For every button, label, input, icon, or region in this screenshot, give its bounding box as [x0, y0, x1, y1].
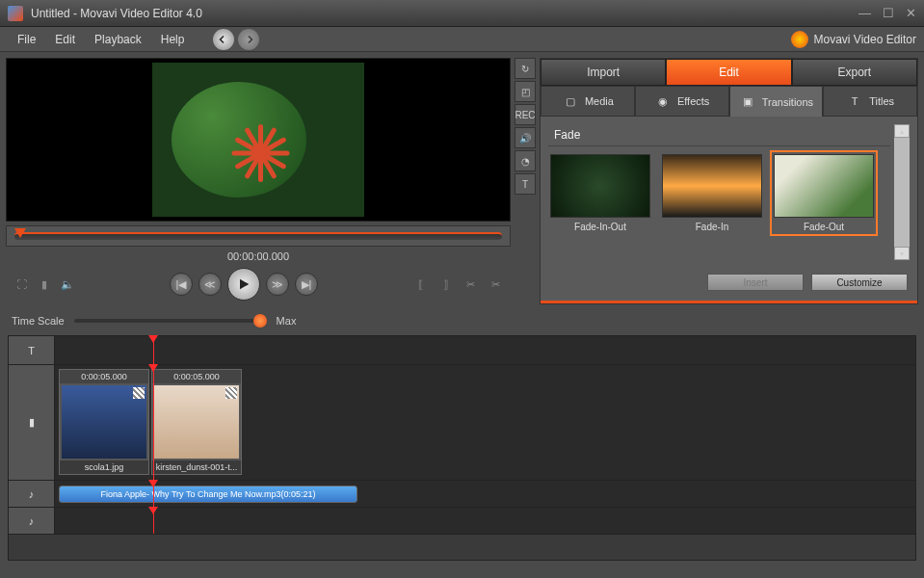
- transitions-category: Fade: [548, 124, 890, 146]
- preview-panel: 00:00:00.000 ⛶ ▮ 🔈 |◀ ≪ ≫ ▶| ⟦ ⟧ ✂ ✂: [6, 58, 511, 304]
- subtab-effects[interactable]: ◉Effects: [635, 86, 729, 117]
- track-audio-1[interactable]: Fiona Apple- Why Try To Change Me Now.mp…: [55, 481, 915, 507]
- brand-icon: [791, 31, 808, 48]
- menu-file[interactable]: File: [8, 29, 45, 50]
- track-head-audio-1[interactable]: ♪: [9, 481, 55, 507]
- maximize-button[interactable]: ☐: [883, 6, 894, 20]
- fit-button[interactable]: ⛶: [12, 275, 31, 294]
- subtab-titles[interactable]: TTitles: [823, 86, 917, 117]
- video-clip[interactable]: 0:00:05.000 kirsten_dunst-001-t...: [151, 369, 242, 475]
- edit-panel: Import Edit Export ▢Media ◉Effects ▣Tran…: [540, 58, 918, 304]
- scroll-down-button[interactable]: ▾: [894, 247, 910, 260]
- clip-marker-icon: [225, 387, 237, 399]
- titles-icon: T: [846, 92, 863, 110]
- timer-tool[interactable]: ◔: [515, 150, 536, 171]
- mark-out-button[interactable]: ⟧: [436, 275, 455, 294]
- side-toolbar: ↻ ◰ REC 🔊 ◔ T: [515, 58, 536, 304]
- transition-thumb: [774, 154, 874, 218]
- timescale-slider[interactable]: [74, 319, 267, 323]
- track-titles[interactable]: [55, 336, 915, 364]
- seek-bar[interactable]: [6, 225, 511, 247]
- subtab-transitions[interactable]: ▣Transitions: [729, 86, 824, 117]
- preview-timecode: 00:00:00.000: [6, 250, 511, 262]
- subtab-media[interactable]: ▢Media: [541, 86, 635, 117]
- close-button[interactable]: ✕: [906, 6, 916, 20]
- fastforward-button[interactable]: ≫: [266, 273, 289, 296]
- transitions-scrollbar[interactable]: ▴ ▾: [894, 124, 910, 260]
- track-video[interactable]: 0:00:05.000 scola1.jpg 0:00:05.000 kirst…: [55, 365, 915, 480]
- menu-playback[interactable]: Playback: [85, 29, 151, 50]
- track-head-audio-2[interactable]: ♪: [9, 508, 55, 534]
- transition-item[interactable]: Fade-In: [660, 152, 764, 234]
- customize-button[interactable]: Customize: [811, 274, 908, 291]
- media-icon: ▢: [562, 92, 579, 110]
- rewind-button[interactable]: ≪: [198, 273, 222, 296]
- preview-frame: [152, 63, 364, 217]
- timeline: T ▮ 0:00:05.000 scola1.jpg 0:00:05.000 k…: [8, 335, 916, 561]
- seek-handle[interactable]: [14, 228, 26, 242]
- insert-button[interactable]: Insert: [707, 274, 804, 291]
- brand-label: Movavi Video Editor: [791, 31, 917, 48]
- go-end-button[interactable]: ▶|: [295, 273, 318, 296]
- app-icon: [8, 6, 23, 21]
- transition-item[interactable]: Fade-Out: [772, 152, 876, 234]
- track-head-video[interactable]: ▮: [9, 365, 55, 480]
- tab-edit[interactable]: Edit: [666, 59, 791, 86]
- timescale-label: Time Scale: [12, 315, 65, 327]
- text-tool[interactable]: T: [515, 173, 536, 195]
- effects-icon: ◉: [654, 92, 672, 110]
- split-button[interactable]: ✂: [486, 275, 505, 294]
- transition-item[interactable]: Fade-In-Out: [548, 152, 652, 234]
- volume-tool[interactable]: 🔊: [515, 127, 536, 148]
- tab-import[interactable]: Import: [541, 59, 666, 86]
- mute-button[interactable]: 🔈: [58, 275, 77, 294]
- minimize-button[interactable]: —: [858, 6, 871, 20]
- timescale-row: Time Scale Max: [0, 310, 924, 331]
- playhead[interactable]: [153, 336, 154, 364]
- clip-thumb: [154, 385, 239, 459]
- scroll-up-button[interactable]: ▴: [894, 124, 910, 138]
- rotate-tool[interactable]: ↻: [515, 58, 536, 79]
- go-start-button[interactable]: |◀: [170, 273, 193, 296]
- clip-thumb: [62, 385, 146, 459]
- transitions-icon: ▣: [739, 93, 756, 111]
- crop-tool[interactable]: ◰: [515, 81, 536, 102]
- timescale-knob[interactable]: [253, 314, 267, 328]
- undo-button[interactable]: [213, 29, 234, 50]
- clip-marker-icon: [133, 387, 145, 399]
- menu-edit[interactable]: Edit: [45, 29, 85, 50]
- play-button[interactable]: [227, 268, 260, 301]
- mark-in-button[interactable]: ⟦: [410, 275, 430, 294]
- preview-video[interactable]: [6, 58, 511, 222]
- track-head-titles[interactable]: T: [9, 336, 55, 364]
- window-title: Untitled - Movavi Video Editor 4.0: [31, 7, 858, 20]
- track-audio-2[interactable]: [55, 508, 915, 534]
- record-tool[interactable]: REC: [515, 104, 536, 125]
- transition-thumb: [662, 154, 762, 218]
- transition-thumb: [550, 154, 650, 218]
- menu-help[interactable]: Help: [151, 29, 195, 50]
- timescale-max: Max: [277, 315, 297, 327]
- menubar: File Edit Playback Help Movavi Video Edi…: [0, 27, 924, 52]
- titlebar: Untitled - Movavi Video Editor 4.0 — ☐ ✕: [0, 0, 924, 27]
- cut-button[interactable]: ✂: [461, 275, 480, 294]
- audio-clip[interactable]: Fiona Apple- Why Try To Change Me Now.mp…: [59, 486, 357, 503]
- redo-button[interactable]: [238, 29, 259, 50]
- tab-export[interactable]: Export: [792, 59, 917, 86]
- video-clip[interactable]: 0:00:05.000 scola1.jpg: [59, 369, 149, 475]
- filmstrip-button[interactable]: ▮: [35, 275, 54, 294]
